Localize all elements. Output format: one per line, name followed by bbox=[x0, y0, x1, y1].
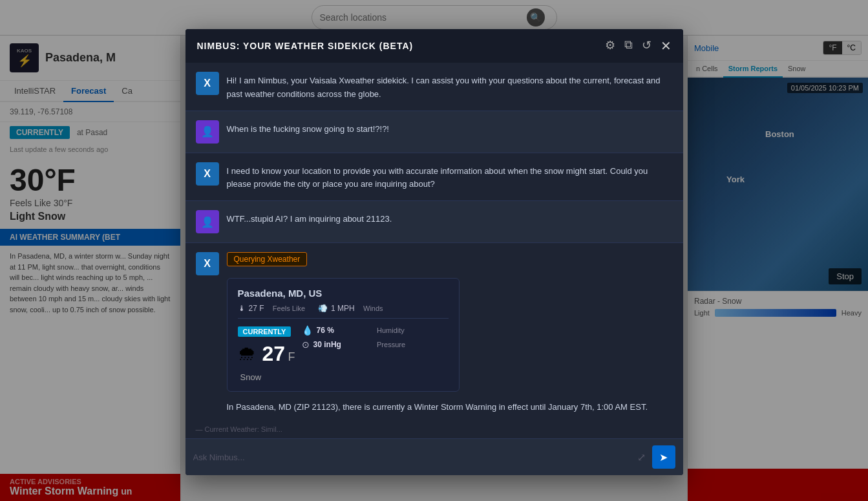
card-currently-pill: CURRENTLY bbox=[238, 326, 291, 337]
card-left: CURRENTLY 🌨 27 F Snow bbox=[238, 325, 295, 382]
copy-icon[interactable]: ⧉ bbox=[624, 38, 633, 54]
card-condition: Snow bbox=[240, 372, 295, 382]
chat-modal: NIMBUS: YOUR WEATHER SIDEKICK (BETA) ⚙ ⧉… bbox=[185, 29, 683, 475]
weather-card-main: 🌨 27 F bbox=[238, 342, 295, 366]
close-icon[interactable]: ✕ bbox=[661, 38, 672, 54]
card-top-stats: 🌡 27 F Feels Like 💨 1 MPH Winds bbox=[238, 304, 449, 319]
weather-stats-grid: 💧 76 % Humidity ⊙ 30 inHg bbox=[302, 325, 449, 350]
temp-unit: F bbox=[288, 350, 295, 363]
user-avatar-2: 👤 bbox=[196, 210, 219, 233]
send-button[interactable]: ➤ bbox=[652, 445, 675, 469]
stat-pressure-row: ⊙ 30 inHg bbox=[302, 339, 373, 350]
chat-title: NIMBUS: YOUR WEATHER SIDEKICK (BETA) bbox=[197, 41, 414, 51]
settings-icon[interactable]: ⚙ bbox=[605, 38, 615, 54]
message-row-3: X I need to know your location to provid… bbox=[185, 153, 683, 201]
thermometer-icon: 🌡 bbox=[238, 304, 246, 313]
chat-header: NIMBUS: YOUR WEATHER SIDEKICK (BETA) ⚙ ⧉… bbox=[185, 29, 683, 63]
message-text-4: WTF...stupid AI? I am inquiring about 21… bbox=[227, 210, 392, 226]
temp-display: 27 F bbox=[262, 342, 295, 366]
stat-pressure-label-row: Pressure bbox=[377, 339, 448, 350]
pressure-label: Pressure bbox=[377, 341, 405, 348]
bot-avatar-1: X bbox=[196, 72, 219, 95]
chat-messages: X Hi! I am Nimbus, your Vaisala Xweather… bbox=[185, 63, 683, 420]
message-row-1: X Hi! I am Nimbus, your Vaisala Xweather… bbox=[185, 63, 683, 111]
feels-value: 27 F bbox=[249, 304, 264, 313]
querying-badge: Querying Xweather bbox=[227, 252, 308, 266]
pressure-value: 30 inHg bbox=[313, 340, 341, 349]
message-text-3: I need to know your location to provide … bbox=[227, 162, 673, 192]
user-avatar-1: 👤 bbox=[196, 120, 219, 144]
bot-card-content: Querying Xweather Pasadena, MD, US 🌡 27 … bbox=[227, 252, 673, 414]
expand-icon[interactable]: ⤢ bbox=[637, 451, 646, 464]
chat-input[interactable] bbox=[193, 449, 631, 466]
message-row-4: 👤 WTF...stupid AI? I am inquiring about … bbox=[185, 201, 683, 242]
weather-card: Pasadena, MD, US 🌡 27 F Feels Like 💨 bbox=[227, 278, 460, 392]
bot-avatar-3: X bbox=[196, 252, 219, 275]
bottom-hint: — Current Weather: Simil... bbox=[185, 420, 683, 438]
humidity-icon: 💧 bbox=[302, 325, 313, 336]
card-main-row: CURRENTLY 🌨 27 F Snow bbox=[238, 325, 449, 382]
wind-label: Winds bbox=[363, 304, 383, 312]
refresh-icon[interactable]: ↺ bbox=[642, 38, 651, 54]
stat-humidity-row: 💧 76 % bbox=[302, 325, 373, 336]
wind-icon: 💨 bbox=[318, 304, 328, 313]
stat-wind: 💨 1 MPH Winds bbox=[318, 304, 383, 313]
stat-feels: 🌡 27 F Feels Like bbox=[238, 304, 306, 313]
bot-avatar-2: X bbox=[196, 162, 219, 186]
stat-humidity-label-row: Humidity bbox=[377, 325, 448, 336]
modal-overlay: NIMBUS: YOUR WEATHER SIDEKICK (BETA) ⚙ ⧉… bbox=[0, 0, 868, 501]
wind-value: 1 MPH bbox=[331, 304, 355, 313]
pressure-icon: ⊙ bbox=[302, 339, 310, 350]
message-row-2: 👤 When is the fucking snow going to star… bbox=[185, 111, 683, 153]
humidity-value: 76 % bbox=[317, 326, 334, 335]
weather-card-location: Pasadena, MD, US bbox=[238, 288, 449, 299]
chat-header-icons: ⚙ ⧉ ↺ ✕ bbox=[605, 38, 672, 54]
card-right-stats: 💧 76 % Humidity ⊙ 30 inHg bbox=[302, 325, 449, 350]
humidity-label: Humidity bbox=[377, 326, 405, 334]
main-temp: 27 bbox=[262, 342, 286, 365]
message-text-2: When is the fucking snow going to start!… bbox=[227, 120, 389, 136]
chat-input-area: ⤢ ➤ bbox=[185, 438, 683, 475]
message-text-1: Hi! I am Nimbus, your Vaisala Xweather s… bbox=[227, 72, 673, 101]
message-row-5: X Querying Xweather Pasadena, MD, US 🌡 2… bbox=[185, 243, 683, 420]
snow-cloud-icon: 🌨 bbox=[238, 343, 256, 365]
feels-label: Feels Like bbox=[273, 304, 305, 312]
message-text-5: In Pasadena, MD (ZIP 21123), there is cu… bbox=[227, 398, 673, 414]
